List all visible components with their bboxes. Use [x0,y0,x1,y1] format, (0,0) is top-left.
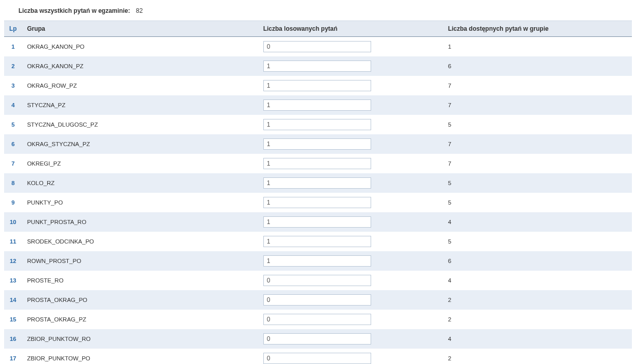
cell-lp: 16 [4,329,22,349]
cell-losowanych [258,290,443,310]
cell-grupa: PUNKT_PROSTA_RO [22,212,258,232]
cell-losowanych [258,212,443,232]
cell-losowanych [258,349,443,364]
summary-bar: Liczba wszystkich pytań w egzaminie: 82 [4,4,632,21]
cell-losowanych [258,193,443,212]
losowanych-input[interactable] [263,99,371,111]
cell-dostepnych: 2 [443,349,632,364]
cell-losowanych [258,95,443,115]
cell-dostepnych: 6 [443,251,632,271]
losowanych-input[interactable] [263,158,371,169]
cell-lp: 17 [4,349,22,364]
cell-losowanych [258,232,443,251]
cell-dostepnych: 7 [443,154,632,173]
cell-grupa: PROSTA_OKRAG_PZ [22,310,258,329]
losowanych-input[interactable] [263,333,371,345]
cell-losowanych [258,329,443,349]
cell-grupa: ZBIOR_PUNKTOW_PO [22,349,258,364]
summary-label: Liczba wszystkich pytań w egzaminie: [18,7,130,14]
table-row: 15PROSTA_OKRAG_PZ2 [4,310,632,329]
cell-dostepnych: 7 [443,134,632,154]
cell-grupa: PROSTE_RO [22,271,258,290]
cell-dostepnych: 5 [443,232,632,251]
cell-losowanych [258,115,443,134]
cell-lp: 1 [4,37,22,57]
table-row: 10PUNKT_PROSTA_RO4 [4,212,632,232]
cell-losowanych [258,154,443,173]
table-row: 1OKRAG_KANON_PO1 [4,37,632,57]
table-row: 5STYCZNA_DLUGOSC_PZ5 [4,115,632,134]
losowanych-input[interactable] [263,314,371,325]
cell-dostepnych: 6 [443,56,632,76]
cell-losowanych [258,56,443,76]
losowanych-input[interactable] [263,255,371,267]
cell-grupa: SRODEK_ODCINKA_PO [22,232,258,251]
cell-lp: 12 [4,251,22,271]
questions-table: Lp Grupa Liczba losowanych pytań Liczba … [4,21,632,364]
cell-dostepnych: 4 [443,212,632,232]
cell-dostepnych: 7 [443,76,632,95]
table-row: 14PROSTA_OKRAG_PO2 [4,290,632,310]
cell-grupa: ZBIOR_PUNKTOW_RO [22,329,258,349]
table-row: 6OKRAG_STYCZNA_PZ7 [4,134,632,154]
cell-grupa: STYCZNA_DLUGOSC_PZ [22,115,258,134]
table-row: 12ROWN_PROST_PO6 [4,251,632,271]
losowanych-input[interactable] [263,119,371,130]
table-row: 4STYCZNA_PZ7 [4,95,632,115]
cell-dostepnych: 2 [443,290,632,310]
cell-dostepnych: 1 [443,37,632,57]
cell-lp: 10 [4,212,22,232]
cell-lp: 6 [4,134,22,154]
header-losowanych: Liczba losowanych pytań [258,21,443,37]
header-grupa: Grupa [22,21,258,37]
losowanych-input[interactable] [263,60,371,72]
cell-losowanych [258,310,443,329]
cell-lp: 4 [4,95,22,115]
cell-lp: 14 [4,290,22,310]
cell-grupa: STYCZNA_PZ [22,95,258,115]
cell-lp: 11 [4,232,22,251]
table-row: 8KOLO_RZ5 [4,173,632,193]
losowanych-input[interactable] [263,197,371,208]
cell-losowanych [258,37,443,57]
losowanych-input[interactable] [263,294,371,306]
header-dostepnych: Liczba dostępnych pytań w grupie [443,21,632,37]
table-row: 11SRODEK_ODCINKA_PO5 [4,232,632,251]
cell-dostepnych: 4 [443,329,632,349]
table-row: 9PUNKTY_PO5 [4,193,632,212]
cell-grupa: ROWN_PROST_PO [22,251,258,271]
cell-lp: 15 [4,310,22,329]
losowanych-input[interactable] [263,177,371,189]
cell-losowanych [258,271,443,290]
cell-dostepnych: 5 [443,173,632,193]
header-lp: Lp [4,21,22,37]
losowanych-input[interactable] [263,41,371,52]
cell-losowanych [258,173,443,193]
cell-dostepnych: 4 [443,271,632,290]
losowanych-input[interactable] [263,236,371,247]
losowanych-input[interactable] [263,353,371,364]
table-row: 16ZBIOR_PUNKTOW_RO4 [4,329,632,349]
cell-dostepnych: 2 [443,310,632,329]
losowanych-input[interactable] [263,216,371,228]
table-header-row: Lp Grupa Liczba losowanych pytań Liczba … [4,21,632,37]
cell-losowanych [258,251,443,271]
losowanych-input[interactable] [263,275,371,286]
cell-lp: 7 [4,154,22,173]
cell-lp: 3 [4,76,22,95]
cell-lp: 8 [4,173,22,193]
losowanych-input[interactable] [263,138,371,150]
cell-dostepnych: 5 [443,115,632,134]
table-row: 17ZBIOR_PUNKTOW_PO2 [4,349,632,364]
table-row: 7OKREGI_PZ7 [4,154,632,173]
cell-grupa: KOLO_RZ [22,173,258,193]
losowanych-input[interactable] [263,80,371,91]
table-row: 13PROSTE_RO4 [4,271,632,290]
cell-dostepnych: 7 [443,95,632,115]
cell-grupa: OKRAG_ROW_PZ [22,76,258,95]
cell-lp: 5 [4,115,22,134]
cell-grupa: PROSTA_OKRAG_PO [22,290,258,310]
cell-dostepnych: 5 [443,193,632,212]
cell-lp: 2 [4,56,22,76]
cell-grupa: OKRAG_KANON_PO [22,37,258,57]
